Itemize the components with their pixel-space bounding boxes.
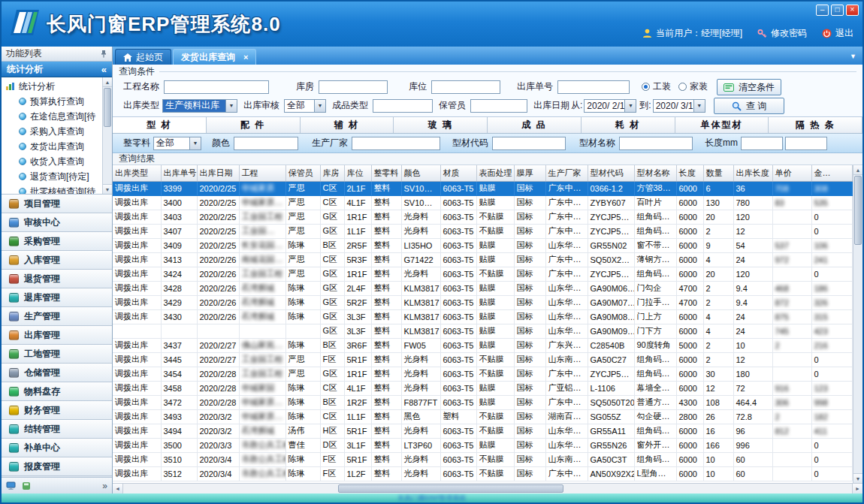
tab-close-icon[interactable]: × [243,53,248,62]
table-row[interactable]: 调拨出库34452020/2/27工业园工程严思F区5R1F整料光身料6063-… [113,352,852,367]
date-from-select[interactable]: 2020/ 2/16▼ [584,99,636,113]
sidebar-menu-item[interactable]: 报废管理 [2,457,112,476]
column-header[interactable]: 表面处理 [476,165,514,181]
column-header[interactable]: 颜色 [401,165,440,181]
manufacturer-filter-input[interactable] [352,137,440,150]
clear-conditions-button[interactable]: 清空条件 [717,79,781,95]
keeper-input[interactable] [470,99,527,113]
column-header[interactable]: 工程 [239,165,285,181]
chevron-down-icon[interactable]: ▼ [624,100,636,112]
change-password-button[interactable]: 修改密码 [757,27,807,40]
scroll-down-icon[interactable]: ▼ [103,184,112,194]
tab-home[interactable]: 起始页 [115,49,171,65]
column-header[interactable]: 保管员 [285,165,320,181]
length-from-input[interactable] [741,137,783,150]
project-name-input[interactable] [164,80,269,94]
material-tab[interactable]: 辅 材 [301,117,394,133]
sidebar-menu-item[interactable]: 退库管理 [2,288,112,307]
outbound-type-select[interactable]: 生产领料出库▼ [162,99,237,113]
tree-item[interactable]: 批零核销查询[待 [2,184,102,194]
profile-name-input[interactable] [619,137,693,150]
scrollbar-thumb[interactable] [104,88,111,127]
scrollbar-thumb[interactable] [338,484,563,493]
table-row[interactable]: 调拨出库34072020/2/25工业园…严思G区1L1F整料光身料6063-T… [113,224,852,238]
table-row[interactable]: 调拨出库34292020/2/26石湾辉城陈琳G区5R2F整料KLM381760… [113,295,852,309]
tree-item[interactable]: 采购入库查询 [2,124,102,139]
tree-root[interactable]: 统计分析 [2,79,102,94]
location-input[interactable] [431,80,500,94]
column-header[interactable]: 单价 [772,165,811,181]
material-tab[interactable]: 单体型材 [675,117,769,133]
column-header[interactable]: 型材代码 [588,165,634,181]
sidebar-menu-item[interactable]: 项目管理 [2,195,112,213]
column-header[interactable]: 库位 [344,165,371,181]
table-row[interactable]: 调拨出库34092020/2/25长安花园…陈琳B区2R5F整料LI35HO60… [113,238,852,252]
apps-icon[interactable] [22,481,31,490]
column-header[interactable]: 出库长度 [733,165,772,181]
outbound-no-input[interactable] [557,80,630,94]
column-header[interactable]: 膜厚 [514,165,545,181]
material-tab[interactable]: 耗 材 [582,117,675,133]
column-header[interactable]: 数量 [703,165,733,181]
overflow-chevrons[interactable]: » [102,481,107,491]
sidebar-menu-item[interactable]: 补单中心 [2,439,112,457]
whole-part-select[interactable]: 全部▼ [153,137,201,150]
column-header[interactable]: 材质 [440,165,476,181]
column-header[interactable]: 出库类型 [113,165,161,181]
maximize-button[interactable]: □ [831,5,844,16]
logout-button[interactable]: 退出 [822,27,853,40]
material-tab[interactable]: 型 材 [113,117,207,133]
table-row[interactable]: 调拨出库35002020/3/3市政公共工程曹佳D区3L1F整料LT3P6060… [113,438,852,452]
close-button[interactable]: × [846,5,859,16]
sidebar-menu-item[interactable]: 结转管理 [2,420,112,439]
audit-select[interactable]: 全部▼ [284,99,326,113]
table-row[interactable]: 调拨出库34132020/2/26南城花园…严思C区5R3F整料G7142260… [113,252,852,267]
sidebar-menu-item[interactable]: 工地管理 [2,345,112,364]
chevron-down-icon[interactable]: ▼ [189,137,201,149]
date-to-select[interactable]: 2020/ 3/16▼ [653,99,705,113]
minimize-button[interactable]: – [816,5,829,16]
column-header[interactable]: 出库日期 [197,165,239,181]
material-tab[interactable]: 隔 热 条 [769,117,862,133]
table-row[interactable]: 调拨出库34302020/2/26石湾辉城陈琳G区3L3F整料KLM381760… [113,309,852,324]
radio-jiazhuang[interactable] [678,83,687,91]
scroll-up-icon[interactable]: ▲ [853,165,862,175]
sidebar-menu-item[interactable]: 退货管理 [2,270,112,288]
tree-item[interactable]: 收货入库查询 [2,154,102,169]
sidebar-menu-item[interactable]: 生产管理 [2,307,112,326]
length-to-input[interactable] [785,137,827,150]
column-header[interactable]: 生产厂家 [545,165,588,181]
table-row[interactable]: 调拨出库35102020/3/4市政公共工程陈琳F区5R1F整料光身料6063-… [113,452,852,466]
chevron-down-icon[interactable]: ▼ [693,100,705,112]
table-row[interactable]: 调拨出库34542020/2/28工业园工程严思G区1R1F整料光身料6063-… [113,367,852,381]
scroll-right-icon[interactable]: ► [852,484,862,493]
product-type-input[interactable] [373,99,433,113]
chevron-down-icon[interactable]: ▼ [314,100,325,112]
table-row[interactable]: 调拨出库33992020/2/25华城家原严思C区2L1F整料SV10…6063… [113,181,852,195]
table-row[interactable]: 调拨出库34722020/2/28华城家原…陈琳B区1R2F整料F8877FT6… [113,395,852,409]
tree-item[interactable]: 预算执行查询 [2,94,102,109]
material-tab[interactable]: 玻 璃 [394,117,488,133]
grid-hscrollbar[interactable]: ◄ ► [113,483,862,493]
chevron-down-icon[interactable]: ▼ [225,100,237,112]
tree-item[interactable]: 在途信息查询[待 [2,109,102,124]
column-header[interactable]: 型材名称 [634,165,676,181]
sidebar-menu-item[interactable]: 采购管理 [2,232,112,251]
table-row[interactable]: 调拨出库34932020/3/2华城家原…陈琳C区1L1F整料黑色塑料不贴膜国标… [113,409,852,424]
table-row[interactable]: 调拨出库34582020/2/28华城家园陈琳C区4L1F整料光身料6063-T… [113,381,852,395]
search-button[interactable]: 查 询 [714,98,784,114]
sidebar-menu-item[interactable]: 财务管理 [2,401,112,420]
column-header[interactable]: 出库单号 [161,165,197,181]
warehouse-input[interactable] [319,80,388,94]
sidebar-section-header[interactable]: 统计分析 « [2,62,112,77]
tab-shipping-outbound-query[interactable]: 发货出库查询 × [173,49,256,65]
table-row[interactable]: 调拨出库34942020/3/2石湾辉城汤伟H区5R1F整料光身料6063-T5… [113,424,852,438]
grid-vscrollbar[interactable]: ▲ ▼ [853,165,862,483]
sidebar-menu-item[interactable]: 仓储管理 [2,364,112,382]
color-filter-input[interactable] [234,137,298,150]
profile-code-input[interactable] [492,137,566,150]
table-row[interactable]: 调拨出库34372020/2/27佛山家苑…陈琳B区3R6F整料FW056063… [113,338,852,352]
scroll-left-icon[interactable]: ◄ [113,484,123,493]
collapse-icon[interactable]: « [101,64,107,75]
pin-icon[interactable] [100,50,107,58]
